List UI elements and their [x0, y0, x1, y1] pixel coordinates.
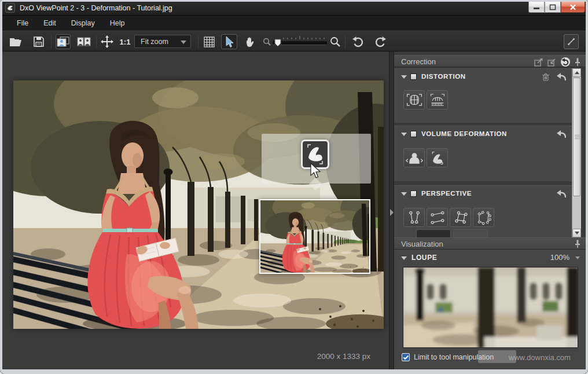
- disclosure-triangle-icon[interactable]: [401, 192, 407, 196]
- zoom-slider[interactable]: [272, 34, 328, 49]
- grid-icon: [204, 36, 215, 47]
- cursor-icon: [310, 163, 321, 179]
- toolbar: 1:1 Fit zoom: [2, 31, 586, 52]
- main-area: 2000 x 1333 px Correction: [2, 52, 586, 369]
- panel-splitter[interactable]: [389, 52, 394, 369]
- menu-display[interactable]: Display: [71, 17, 95, 30]
- perspective-vertical-button[interactable]: [403, 208, 425, 227]
- section-volume-deformation: VOLUME DEFORMATION: [394, 126, 572, 181]
- app-window: DxO ViewPoint 2 - 3 - Deformation - Tuto…: [0, 0, 588, 374]
- watermark-text: www.downxia.com: [509, 353, 571, 362]
- maximize-button[interactable]: [545, 2, 561, 13]
- perspective-8points-button[interactable]: [473, 208, 494, 227]
- zoom-out-icon: [263, 34, 271, 49]
- distortion-enable-checkbox[interactable]: [410, 74, 417, 80]
- zoom-slider-thumb: [275, 39, 281, 46]
- toolbar-separator: [51, 35, 52, 49]
- scroll-down-button[interactable]: [572, 229, 581, 237]
- section-label: VOLUME DEFORMATION: [421, 130, 507, 137]
- undo-icon: [352, 36, 365, 47]
- check-icon: [403, 355, 409, 360]
- limit-checkbox-label[interactable]: Limit to tool manipulation: [414, 353, 494, 361]
- section-label: DISTORTION: [421, 73, 466, 80]
- splitter-collapse-icon[interactable]: [390, 209, 394, 216]
- chevron-down-icon: [181, 41, 186, 44]
- perspective-horizontal-button[interactable]: [427, 208, 448, 227]
- perspective-enable-checkbox[interactable]: [410, 190, 417, 197]
- pan-tool-button[interactable]: [242, 34, 257, 49]
- section-label: PERSPECTIVE: [421, 190, 472, 197]
- compare-view-button[interactable]: [76, 34, 91, 49]
- redo-button[interactable]: [373, 34, 388, 49]
- clipped-tab-right[interactable]: [453, 229, 488, 237]
- import-preset-button[interactable]: [547, 57, 557, 67]
- export-preset-button[interactable]: [534, 57, 543, 67]
- grid-button[interactable]: [201, 34, 216, 49]
- volume-diagonal-button[interactable]: [427, 148, 448, 167]
- delete-correction-button[interactable]: [542, 72, 550, 82]
- distortion-auto-button[interactable]: [403, 90, 425, 109]
- move-tool-button[interactable]: [100, 34, 115, 49]
- fullscreen-icon: [567, 37, 576, 46]
- pointer-tool-button[interactable]: [221, 34, 237, 49]
- menu-help[interactable]: Help: [110, 17, 125, 30]
- menu-file[interactable]: File: [17, 17, 28, 30]
- zoom-mode-select[interactable]: Fit zoom: [134, 35, 191, 48]
- reset-section-button[interactable]: [556, 130, 566, 138]
- limit-checkbox[interactable]: [402, 353, 410, 361]
- close-button[interactable]: [561, 2, 585, 13]
- redo-icon: [374, 36, 387, 47]
- scroll-up-button[interactable]: [572, 68, 581, 77]
- toolbar-separator: [345, 35, 346, 49]
- save-button[interactable]: [31, 34, 46, 49]
- minimize-button[interactable]: [528, 2, 545, 13]
- zoom-1to1-button[interactable]: 1:1: [117, 34, 133, 49]
- scroll-thumb[interactable]: [573, 78, 580, 196]
- zoom-mode-value: Fit zoom: [141, 38, 168, 46]
- pin-button[interactable]: [574, 57, 581, 67]
- reset-section-button[interactable]: [556, 72, 566, 82]
- reset-section-button[interactable]: [556, 189, 566, 198]
- window-title: DxO ViewPoint 2 - 3 - Deformation - Tuto…: [20, 4, 172, 12]
- clipped-tab-left[interactable]: [416, 229, 451, 237]
- perspective-rectangle-button[interactable]: [450, 208, 471, 227]
- save-icon: [33, 36, 45, 47]
- fullscreen-button[interactable]: [564, 34, 579, 49]
- volume-horizontal-button[interactable]: [403, 148, 425, 167]
- undo-button[interactable]: [351, 34, 366, 49]
- volume-enable-checkbox[interactable]: [410, 131, 417, 137]
- image-dimensions-label: 2000 x 1333 px: [255, 352, 370, 361]
- menu-edit[interactable]: Edit: [43, 17, 56, 30]
- app-icon: [5, 3, 15, 13]
- single-view-button[interactable]: [56, 34, 71, 49]
- disclosure-triangle-icon[interactable]: [401, 75, 407, 79]
- minimize-icon: [533, 4, 540, 10]
- section-distortion: DISTORTION: [394, 68, 572, 123]
- hand-icon: [244, 36, 255, 47]
- titlebar: DxO ViewPoint 2 - 3 - Deformation - Tuto…: [2, 2, 586, 15]
- open-folder-icon: [9, 36, 22, 47]
- reset-all-button[interactable]: [560, 57, 571, 67]
- loupe-preview: [403, 267, 578, 348]
- toolbar-separator: [198, 35, 199, 49]
- visualization-panel-header: Visualization: [394, 237, 586, 250]
- preview-thumbnail: [259, 199, 370, 274]
- open-button[interactable]: [8, 34, 23, 49]
- image-canvas: 2000 x 1333 px: [2, 52, 389, 369]
- visualization-panel-title: Visualization: [401, 240, 443, 248]
- disclosure-triangle-icon[interactable]: [401, 133, 407, 136]
- single-view-icon: [57, 36, 69, 47]
- loupe-zoom-select[interactable]: 100%: [550, 253, 569, 262]
- distortion-manual-button[interactable]: [427, 90, 448, 109]
- zoom-in-icon: [330, 34, 341, 49]
- section-perspective: PERSPECTIVE: [394, 185, 572, 237]
- correction-panel-title: Correction: [401, 57, 436, 66]
- chevron-down-icon[interactable]: [575, 256, 580, 259]
- toolbar-separator: [96, 35, 97, 49]
- move-icon: [101, 35, 113, 48]
- pin-button[interactable]: [574, 239, 581, 248]
- close-icon: [569, 4, 576, 10]
- disclosure-triangle-icon[interactable]: [401, 256, 407, 260]
- panel-scrollbar[interactable]: [572, 68, 581, 237]
- correction-panel-header: Correction: [394, 55, 586, 67]
